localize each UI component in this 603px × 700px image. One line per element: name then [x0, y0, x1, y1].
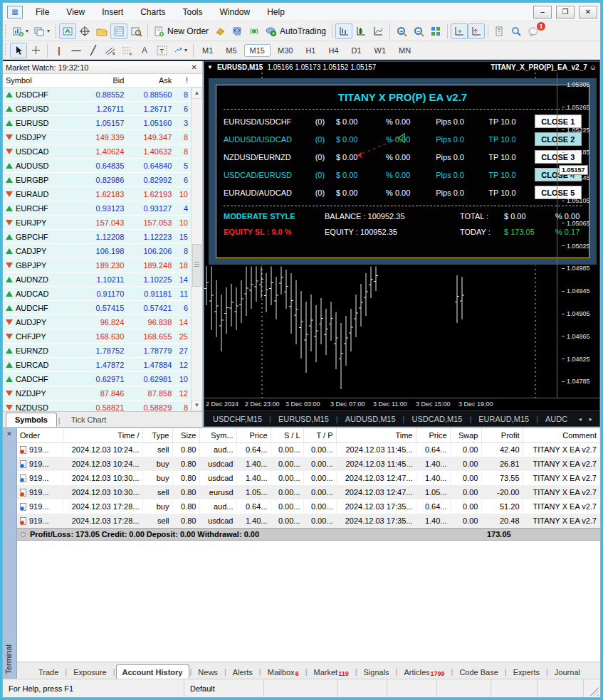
timeframe-m15[interactable]: M15 [244, 44, 271, 57]
new-chart-button[interactable]: ▾ [10, 23, 31, 39]
market-watch-toggle-button[interactable] [110, 23, 127, 39]
expert-advisors-button[interactable] [211, 23, 229, 39]
notifications-button[interactable]: 1 [525, 23, 542, 39]
line-chart-button[interactable] [369, 23, 387, 39]
terminal-tab-alerts[interactable]: Alerts [227, 665, 258, 679]
text-tool-button[interactable]: A [136, 43, 153, 58]
trendline-tool-button[interactable]: ╱ [85, 43, 102, 58]
close-button[interactable]: ✕ [579, 6, 597, 18]
market-watch-row[interactable]: AUDNZD1.102111.1022514 [3, 272, 191, 287]
fibonacci-tool-button[interactable]: F [119, 43, 136, 58]
order-row[interactable]: 919...2024.12.03 10:30...buy0.80usdcad1.… [17, 471, 600, 485]
price-scale[interactable]: 1.053051.052651.052251.051851.051451.051… [557, 73, 599, 398]
term-col-time[interactable]: Time [336, 428, 416, 442]
chart-scroll-button[interactable] [59, 23, 76, 39]
market-watch-row[interactable]: AUDJPY96.82496.83814 [3, 315, 191, 329]
candlestick-chart-button[interactable] [352, 23, 369, 39]
scrollbar-thumb[interactable] [192, 244, 201, 287]
chart-tabs-scroll-arrows[interactable]: ◂ ▸ [578, 415, 595, 423]
mw-col-bid[interactable]: Bid [73, 76, 127, 85]
tile-windows-button[interactable] [427, 23, 444, 39]
market-watch-row[interactable]: EURCHF0.931230.931274 [3, 201, 191, 216]
term-col-sl[interactable]: S / L [271, 428, 303, 442]
market-watch-row[interactable]: CHFJPY168.630168.65525 [3, 329, 191, 344]
signals-button[interactable] [246, 23, 263, 39]
timeframe-m5[interactable]: M5 [220, 44, 242, 57]
term-col-sym[interactable]: Sym... [199, 428, 236, 442]
term-col-swap[interactable]: Swap [450, 428, 481, 442]
terminal-tab-trade[interactable]: Trade [33, 665, 64, 679]
market-watch-row[interactable]: EURAUD1.621831.6219310 [3, 187, 191, 201]
market-watch-close-icon[interactable]: ✕ [189, 63, 199, 71]
term-col-time[interactable]: Time / [63, 428, 142, 442]
chart-tab-audusdm15[interactable]: AUDUSD,M15 [341, 413, 400, 425]
mw-tab-symbols[interactable]: Symbols [6, 413, 57, 427]
order-row[interactable]: 919...2024.12.03 17:28...buy0.80aud...0.… [17, 499, 600, 514]
market-watch-row[interactable]: GBPUSD1.267111.267176 [3, 102, 191, 116]
mw-tab-tick-chart[interactable]: Tick Chart [62, 413, 116, 427]
order-row[interactable]: 919...2024.12.03 10:24...buy0.80usdcad1.… [17, 457, 600, 471]
terminal-tab-code-base[interactable]: Code Base [453, 665, 503, 679]
mw-col-[interactable]: ! [174, 76, 191, 85]
metaeditor-button[interactable] [229, 23, 246, 39]
text-label-tool-button[interactable]: T [153, 43, 170, 58]
chart-tab-usdchfm15[interactable]: USDCHF,M15 [209, 413, 266, 425]
crosshair-button[interactable] [76, 23, 93, 39]
scroll-down-icon[interactable]: ▼ [192, 400, 202, 411]
terminal-tab-journal[interactable]: Journal [549, 665, 586, 679]
vertical-line-tool-button[interactable]: | [51, 43, 68, 58]
auto-scroll-button[interactable] [451, 23, 468, 39]
resize-grip[interactable] [590, 687, 599, 696]
chevron-down-icon[interactable]: ▾ [47, 28, 50, 34]
scroll-up-icon[interactable]: ▲ [192, 88, 202, 99]
market-watch-row[interactable]: EURNZD1.787521.7877927 [3, 344, 191, 358]
menu-charts[interactable]: Charts [132, 4, 174, 20]
timeframe-h1[interactable]: H1 [300, 44, 321, 57]
market-watch-row[interactable]: AUDCHF0.574150.574216 [3, 301, 191, 315]
market-watch-row[interactable]: USDJPY149.339149.3478 [3, 130, 191, 144]
minimize-button[interactable]: – [533, 6, 552, 18]
terminal-tab-articles[interactable]: Articles1799 [398, 665, 450, 679]
time-axis[interactable]: 2 Dec 20242 Dec 23:003 Dec 03:003 Dec 07… [204, 398, 599, 410]
arrows-tool-button[interactable]: ▾ [170, 43, 190, 58]
term-col-tp[interactable]: T / P [303, 428, 336, 442]
terminal-tab-signals[interactable]: Signals [358, 665, 395, 679]
term-col-price[interactable]: Price [236, 428, 271, 442]
search-button[interactable] [508, 23, 525, 39]
menu-file[interactable]: File [27, 4, 58, 20]
menu-window[interactable]: Window [211, 4, 259, 20]
term-col-profit[interactable]: Profit [481, 428, 523, 442]
chart-plot-area[interactable]: TITANY X PRO(P) EA v2.7 EURUSD/USDCHF(0)… [204, 73, 599, 398]
horizontal-line-tool-button[interactable]: — [68, 43, 85, 58]
market-watch-row[interactable]: GBPJPY189.230189.24818 [3, 258, 191, 272]
market-watch-scrollbar[interactable]: ▲ ▼ [191, 88, 202, 411]
market-watch-row[interactable]: USDCAD1.406241.406328 [3, 144, 191, 159]
timeframe-h4[interactable]: H4 [323, 44, 344, 57]
chart-dropdown-icon[interactable]: ▼ [207, 64, 213, 70]
indicators-button[interactable] [491, 23, 508, 39]
term-col-type[interactable]: Type [142, 428, 172, 442]
terminal-tab-news[interactable]: News [192, 665, 224, 679]
chart-tab-usdcadm15[interactable]: USDCAD,M15 [407, 413, 466, 425]
market-watch-row[interactable]: NZDJPY87.84687.85812 [3, 386, 191, 401]
terminal-tab-experts[interactable]: Experts [508, 665, 545, 679]
order-row[interactable]: 919...2024.12.03 10:24...sell0.80aud...0… [17, 442, 600, 457]
market-watch-row[interactable]: EURUSD1.051571.051603 [3, 116, 191, 130]
timeframe-m30[interactable]: M30 [272, 44, 298, 57]
terminal-close-icon[interactable]: ✕ [4, 430, 14, 440]
mw-col-symbol[interactable]: Symbol [3, 76, 73, 85]
chart-tab-eurusdm15[interactable]: EURUSD,M15 [274, 413, 333, 425]
order-row[interactable]: 919...2024.12.03 10:30...sell0.80eurusd1… [17, 485, 600, 499]
market-watch-row[interactable]: NZDUSD0.588210.588298 [3, 401, 191, 411]
status-profile[interactable]: Default [184, 679, 264, 697]
timeframe-m1[interactable]: M1 [196, 44, 219, 57]
bar-chart-button[interactable] [335, 23, 352, 39]
order-row[interactable]: 919...2024.12.03 17:28...sell0.80usdcad1… [17, 514, 600, 528]
terminal-tab-mailbox[interactable]: Mailbox6 [262, 665, 305, 679]
chevron-down-icon[interactable]: ▾ [184, 47, 187, 53]
term-col-order[interactable]: Order [17, 428, 63, 442]
ea-smiley-icon[interactable]: ☺ [589, 63, 597, 71]
favorites-button[interactable] [93, 23, 110, 39]
chevron-down-icon[interactable]: ▾ [26, 28, 28, 34]
terminal-tab-market[interactable]: Market119 [308, 665, 355, 679]
